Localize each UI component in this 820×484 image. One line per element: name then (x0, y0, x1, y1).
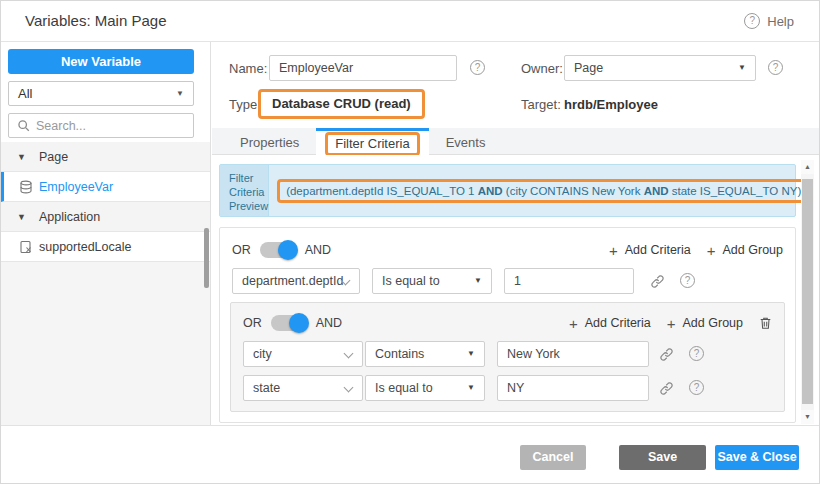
chevron-down-icon (344, 383, 354, 393)
add-criteria-button[interactable]: Add Criteria (585, 316, 651, 330)
name-input[interactable] (269, 55, 457, 81)
scroll-down-icon[interactable]: ▼ (801, 410, 814, 424)
variables-tree: ▼ Page EmployeeVar ▼ Application (1, 142, 210, 425)
add-group-button[interactable]: Add Group (683, 316, 743, 330)
sidebar-scrollbar-thumb[interactable] (204, 228, 209, 288)
target-value: hrdb/Employee (564, 97, 658, 112)
filter-criteria-preview: Filter Criteria Preview (department.dept… (219, 164, 796, 217)
variable-editor: Name:* ? Owner:* Page ▼ ? Type: Database… (212, 42, 820, 425)
tab-events[interactable]: Events (429, 128, 503, 155)
name-label: Name:* (229, 61, 274, 76)
criteria-row: state Is equal to ▼ (231, 375, 784, 401)
plus-icon: + (667, 316, 676, 331)
plus-icon: + (569, 316, 578, 331)
owner-label: Owner:* (521, 61, 570, 76)
caret-down-icon: ▼ (176, 82, 184, 105)
owner-select[interactable]: Page ▼ (564, 55, 756, 81)
criteria-group-root: OR AND + Add Criteria + Add Group depart… (219, 227, 796, 423)
variable-filter-select[interactable]: All ▼ (8, 81, 194, 106)
criteria-row: city Contains ▼ (231, 341, 784, 367)
save-and-close-button[interactable]: Save & Close (715, 445, 799, 470)
row-help-icon[interactable]: ? (689, 346, 704, 361)
variables-sidebar: New Variable All ▼ ▼ Page (1, 42, 211, 425)
filter-criteria-panel: Filter Criteria Preview (department.dept… (212, 155, 820, 425)
caret-down-icon: ▼ (467, 342, 475, 366)
caret-down-icon: ▼ (738, 56, 746, 80)
and-label: AND (305, 243, 331, 257)
or-and-toggle[interactable] (271, 315, 307, 331)
plus-icon: + (609, 243, 618, 258)
criteria-row: department.deptId Is equal to ▼ (220, 268, 795, 294)
dialog-footer: Cancel Save Save & Close (1, 425, 820, 484)
or-and-toggle[interactable] (260, 242, 296, 258)
and-label: AND (316, 316, 342, 330)
preview-label: Filter Criteria Preview (220, 165, 269, 216)
delete-group-trash-icon[interactable] (759, 316, 772, 330)
editor-tabs: Properties Filter Criteria Events (212, 128, 820, 155)
owner-value: Page (574, 61, 603, 75)
or-label: OR (232, 243, 251, 257)
value-input[interactable] (497, 375, 649, 401)
tree-group-label: Page (39, 150, 68, 164)
help-button[interactable]: ? Help (744, 1, 794, 41)
operator-select[interactable]: Is equal to ▼ (372, 268, 492, 294)
or-label: OR (243, 316, 262, 330)
scrollbar-thumb[interactable] (802, 179, 813, 404)
field-select[interactable]: department.deptId (232, 268, 360, 294)
plus-icon: + (707, 243, 716, 258)
tree-item-supportedlocale[interactable]: supportedLocale (1, 232, 210, 262)
field-select[interactable]: city (243, 341, 363, 367)
variables-dialog: Variables: Main Page ? Help New Variable… (0, 0, 820, 484)
add-criteria-button[interactable]: Add Criteria (625, 243, 691, 257)
bind-link-icon[interactable] (659, 381, 674, 396)
field-select[interactable]: state (243, 375, 363, 401)
preview-expression-highlighted: (department.deptId IS_EQUAL_TO 1 AND (ci… (277, 179, 814, 203)
help-label: Help (767, 14, 794, 29)
tab-filter-criteria-label: Filter Criteria (325, 132, 419, 156)
tree-item-employeevar[interactable]: EmployeeVar (1, 172, 210, 202)
type-label: Type: (229, 97, 261, 112)
tab-properties[interactable]: Properties (223, 128, 316, 155)
bind-link-icon[interactable] (659, 347, 674, 362)
row-help-icon[interactable]: ? (689, 380, 704, 395)
value-input[interactable] (497, 341, 649, 367)
tab-filter-criteria[interactable]: Filter Criteria (316, 128, 428, 155)
new-variable-button[interactable]: New Variable (8, 49, 194, 74)
tree-item-label: EmployeeVar (39, 180, 113, 194)
operator-select[interactable]: Is equal to ▼ (365, 375, 485, 401)
search-icon (17, 119, 30, 132)
locale-icon (19, 240, 39, 254)
content-scrollbar[interactable]: ▲ ▼ (801, 160, 814, 424)
type-value-highlighted: Database CRUD (read) (258, 89, 425, 119)
search-input[interactable] (36, 119, 197, 133)
operator-select[interactable]: Contains ▼ (365, 341, 485, 367)
tree-group-label: Application (39, 210, 100, 224)
row-help-icon[interactable]: ? (680, 273, 695, 288)
add-group-button[interactable]: Add Group (723, 243, 783, 257)
value-input[interactable] (504, 268, 634, 294)
owner-help-icon[interactable]: ? (768, 60, 783, 75)
tree-item-label: supportedLocale (39, 240, 131, 254)
toggle-knob (278, 240, 298, 260)
caret-down-icon: ▼ (474, 269, 482, 293)
tree-group-application[interactable]: ▼ Application (1, 202, 210, 232)
target-label: Target: (521, 97, 561, 112)
criteria-group-nested: OR AND + Add Criteria + Add Group (230, 302, 785, 412)
scroll-up-icon[interactable]: ▲ (801, 160, 814, 174)
caret-down-icon: ▼ (17, 152, 39, 162)
save-button[interactable]: Save (619, 445, 706, 470)
bind-link-icon[interactable] (650, 274, 665, 289)
chevron-down-icon (344, 349, 354, 359)
caret-down-icon: ▼ (467, 376, 475, 400)
help-circle-icon: ? (744, 13, 760, 29)
cancel-button[interactable]: Cancel (520, 445, 586, 470)
variable-filter-value: All (18, 86, 32, 101)
toggle-knob (289, 313, 309, 333)
dialog-header: Variables: Main Page ? Help (1, 1, 820, 42)
caret-down-icon: ▼ (17, 212, 39, 222)
name-help-icon[interactable]: ? (470, 60, 485, 75)
database-variable-icon (19, 180, 39, 194)
page-title: Variables: Main Page (25, 1, 166, 41)
tree-group-page[interactable]: ▼ Page (1, 142, 210, 172)
search-box[interactable] (8, 113, 194, 138)
